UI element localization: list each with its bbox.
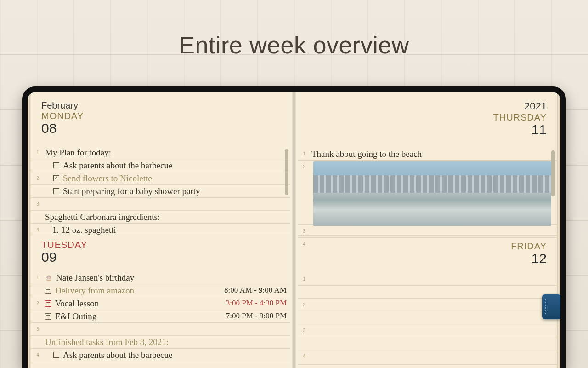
weekday-label: TUESDAY <box>41 240 280 250</box>
entry-text: My Plan for today: <box>45 148 111 158</box>
row-content[interactable]: 1. 12 oz. spaghetti <box>44 224 290 236</box>
entry-text: Unfinished tasks from Feb 8, 2021: <box>45 337 169 347</box>
daynum-label: 11 <box>308 122 547 138</box>
entry-row[interactable]: Unfinished tasks from Feb 8, 2021: <box>31 335 290 348</box>
entry-row[interactable]: 3 <box>298 224 557 237</box>
entry-row[interactable]: 1My Plan for today: <box>31 146 290 159</box>
row-number <box>298 337 311 341</box>
row-number: 1 <box>31 271 44 280</box>
row-number: 1 <box>298 273 311 282</box>
entry-row[interactable]: Ask parents about the barbecue <box>31 159 290 172</box>
row-content[interactable] <box>311 225 557 237</box>
entry-row[interactable]: 1Nate Jansen's birthday <box>31 271 290 284</box>
calendar-icon <box>45 300 51 307</box>
entries-tuesday[interactable]: 1Nate Jansen's birthdayDelivery from ama… <box>31 271 290 363</box>
entry-row[interactable]: 2 <box>298 298 557 311</box>
entry-row[interactable]: 1 <box>298 273 557 285</box>
entry-row[interactable] <box>298 311 557 324</box>
month-label: February <box>41 100 280 111</box>
row-content[interactable]: Spaghetti Carbonara ingredients: <box>44 211 290 223</box>
row-content[interactable]: Send flowers to Nicolette <box>44 172 290 184</box>
row-content[interactable] <box>44 198 290 210</box>
row-number: 3 <box>298 225 311 234</box>
page-title: Entire week overview <box>0 31 588 59</box>
row-content[interactable]: Vocal lesson3:00 PM - 4:30 PM <box>44 297 290 310</box>
page-right: 2021 THURSDAY 11 1Thank about going to t… <box>294 92 560 368</box>
entry-row[interactable]: 3 <box>298 324 557 337</box>
beach-photo[interactable] <box>313 161 551 226</box>
entry-row[interactable]: 2Vocal lesson3:00 PM - 4:30 PM <box>31 297 290 310</box>
row-content[interactable]: My Plan for today: <box>44 146 290 159</box>
day-friday[interactable]: FRIDAY 12 1234 <box>298 236 557 365</box>
entries-monday[interactable]: 1My Plan for today:Ask parents about the… <box>31 146 290 234</box>
row-content[interactable] <box>311 286 557 298</box>
row-number: 4 <box>298 350 311 359</box>
entry-row[interactable]: E&I Outing7:00 PM - 9:00 PM <box>31 310 290 322</box>
day-header-thursday: 2021 THURSDAY 11 <box>298 92 557 139</box>
day-thursday[interactable]: 2021 THURSDAY 11 1Thank about going to t… <box>298 92 557 236</box>
entry-text: Start preparing for a baby shower party <box>63 186 200 196</box>
checkbox-icon[interactable] <box>53 188 59 194</box>
row-number: 3 <box>31 323 44 332</box>
entry-row[interactable] <box>298 337 557 350</box>
row-content[interactable]: Ask parents about the barbecue <box>44 349 290 361</box>
row-content[interactable]: Thank about going to the beach <box>311 148 557 160</box>
daynum-label: 09 <box>41 249 280 265</box>
entries-friday[interactable]: 1234 <box>298 273 557 364</box>
row-number: 2 <box>298 299 311 307</box>
weekday-label: MONDAY <box>41 111 280 121</box>
bookmark-ribbon[interactable] <box>542 294 560 319</box>
entry-row[interactable]: 4 <box>298 350 557 362</box>
entry-text: Delivery from amazon <box>55 286 134 296</box>
entry-row[interactable]: 3 <box>31 197 290 210</box>
checkbox-icon[interactable] <box>53 352 59 358</box>
entry-text: Vocal lesson <box>55 299 99 309</box>
entry-text: E&I Outing <box>55 311 96 322</box>
entry-text: Ask parents about the barbecue <box>63 350 172 360</box>
entry-row[interactable]: 2Send flowers to Nicolette <box>31 172 290 184</box>
entries-thursday[interactable]: 1Thank about going to the beach234 <box>298 148 557 235</box>
entry-row[interactable]: Start preparing for a baby shower party <box>31 184 290 197</box>
row-number <box>31 284 44 288</box>
row-content[interactable] <box>311 238 557 250</box>
row-number <box>298 286 311 289</box>
row-number: 1 <box>31 146 44 155</box>
row-content[interactable] <box>44 323 290 335</box>
day-monday[interactable]: February MONDAY 08 1My Plan for today:As… <box>31 92 290 234</box>
entry-text: 1. 12 oz. spaghetti <box>52 225 116 235</box>
day-header-tuesday: TUESDAY 09 <box>31 234 290 267</box>
entry-row[interactable]: 3 <box>31 322 290 335</box>
entry-row[interactable]: Spaghetti Carbonara ingredients: <box>31 210 290 223</box>
row-content[interactable]: Delivery from amazon8:00 AM - 9:00 AM <box>44 284 290 297</box>
row-content[interactable]: Unfinished tasks from Feb 8, 2021: <box>44 336 290 348</box>
row-content[interactable]: Nate Jansen's birthday <box>44 271 290 284</box>
row-content[interactable]: E&I Outing7:00 PM - 9:00 PM <box>44 310 290 322</box>
entry-row[interactable]: 41. 12 oz. spaghetti <box>31 223 290 236</box>
entry-row[interactable] <box>298 285 557 298</box>
row-content[interactable] <box>311 337 557 350</box>
row-content[interactable]: Start preparing for a baby shower party <box>44 185 290 197</box>
entry-row[interactable]: 4 <box>298 237 557 250</box>
row-content[interactable] <box>311 273 557 285</box>
row-number <box>298 311 311 315</box>
row-number: 4 <box>298 238 311 247</box>
entry-row[interactable]: Delivery from amazon8:00 AM - 9:00 AM <box>31 284 290 297</box>
skyline-graphic <box>313 175 551 193</box>
row-content[interactable] <box>311 311 557 324</box>
entry-row[interactable]: 4Ask parents about the barbecue <box>31 348 290 361</box>
entry-row[interactable]: 1Thank about going to the beach <box>298 148 557 160</box>
checkbox-icon[interactable] <box>53 162 59 168</box>
row-content[interactable] <box>311 350 557 362</box>
row-content[interactable]: Ask parents about the barbecue <box>44 159 290 172</box>
entry-time: 3:00 PM - 4:30 PM <box>226 299 287 308</box>
row-number <box>31 211 44 214</box>
entry-text: Nate Jansen's birthday <box>56 273 134 283</box>
row-content[interactable] <box>311 299 557 311</box>
row-number <box>31 336 44 339</box>
row-content[interactable] <box>311 324 557 337</box>
checkbox-icon[interactable] <box>53 175 59 181</box>
day-header-monday: February MONDAY 08 <box>31 92 290 138</box>
row-number: 2 <box>31 297 44 306</box>
row-number <box>31 159 44 163</box>
day-tuesday[interactable]: TUESDAY 09 1Nate Jansen's birthdayDelive… <box>31 234 290 363</box>
